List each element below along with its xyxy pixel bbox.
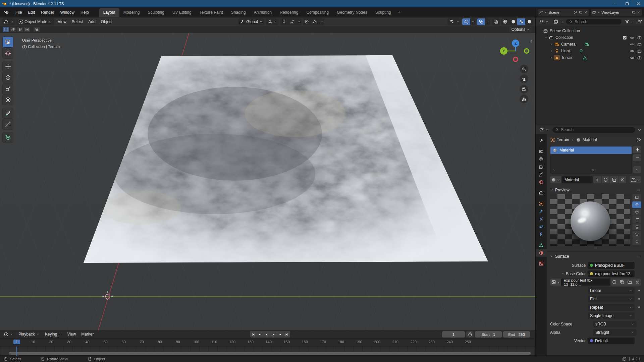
timeline-channels[interactable]: [0, 347, 535, 356]
current-frame-badge[interactable]: 1: [13, 340, 20, 344]
unlink-material-button[interactable]: [619, 176, 626, 183]
tab-layout[interactable]: Layout: [99, 8, 119, 17]
key-prev-button[interactable]: [257, 331, 263, 338]
play-back-button[interactable]: [263, 331, 270, 338]
tool-add-cube-button[interactable]: [3, 132, 13, 143]
axis-y-negative-handle[interactable]: [524, 48, 529, 54]
properties-search-input[interactable]: Search: [552, 127, 635, 133]
current-frame-field[interactable]: 1: [442, 331, 465, 338]
visibility-chevron[interactable]: [455, 18, 461, 25]
frame-end-field[interactable]: End 250: [503, 331, 530, 338]
tab-shading[interactable]: Shading: [227, 8, 250, 17]
image-name-field[interactable]: exp pour test fbx 13_11.p...: [561, 279, 610, 286]
snap-with-dropdown[interactable]: [288, 18, 296, 25]
grip-icon[interactable]: [593, 247, 598, 249]
xray-toggle[interactable]: [492, 18, 500, 25]
expand-icon[interactable]: [552, 168, 556, 173]
preview-shape-fluid-button[interactable]: [632, 238, 641, 245]
shading-wireframe-button[interactable]: [501, 18, 509, 25]
tab-compositing[interactable]: Compositing: [302, 8, 333, 17]
options-button[interactable]: Options: [509, 27, 533, 33]
properties-tab-view-layer[interactable]: [536, 163, 547, 171]
properties-tab-physics[interactable]: [536, 223, 547, 231]
3d-viewport[interactable]: User Perspective (1) Collection | Terrai…: [0, 33, 535, 330]
timeline-menu-keying[interactable]: Keying: [42, 331, 65, 338]
proportional-edit-toggle[interactable]: [303, 18, 311, 25]
tool-rotate-button[interactable]: [3, 72, 13, 83]
outliner-row-terrain[interactable]: Terrain: [536, 54, 644, 61]
disable-render-icon[interactable]: [637, 42, 642, 47]
material-slot-list[interactable]: Material: [550, 146, 632, 174]
zoom-button[interactable]: [520, 65, 528, 73]
tab-texture-paint[interactable]: Texture Paint: [196, 8, 227, 17]
play-button[interactable]: [270, 331, 277, 338]
tool-annotate-button[interactable]: [3, 108, 13, 118]
tool-cursor-button[interactable]: [3, 48, 13, 58]
mode-dropdown[interactable]: Object Mode: [16, 18, 54, 25]
slot-specials-button[interactable]: [633, 166, 641, 173]
shading-material-preview-button[interactable]: [517, 18, 525, 25]
timeline-menu-view[interactable]: View: [64, 331, 78, 338]
snap-chevron[interactable]: [296, 18, 302, 25]
grip-icon[interactable]: [636, 188, 641, 193]
timeline-editor-type-button[interactable]: [2, 331, 15, 338]
preview-shape-flat-button[interactable]: [632, 194, 641, 201]
jump-end-button[interactable]: [283, 331, 290, 338]
transform-orientation-dropdown[interactable]: Global: [238, 18, 264, 25]
properties-tab-texture[interactable]: [536, 260, 547, 267]
disable-render-icon[interactable]: [637, 35, 642, 40]
gizmos-chevron[interactable]: [470, 18, 476, 25]
select-mode-sel-new[interactable]: [3, 27, 9, 32]
viewport-menu-object[interactable]: Object: [98, 18, 115, 25]
outliner-filter-type-button[interactable]: [552, 18, 565, 25]
viewport-menu-select[interactable]: Select: [69, 18, 86, 25]
breadcrumb-object[interactable]: Terrain: [557, 137, 569, 142]
select-mode-sel-extend[interactable]: [10, 27, 16, 32]
new-material-button[interactable]: [610, 176, 618, 183]
preview-panel-header[interactable]: Preview: [550, 186, 641, 194]
outliner-row-collection[interactable]: Collection: [536, 34, 644, 41]
hide-viewport-icon[interactable]: [630, 55, 635, 60]
outliner-row-light[interactable]: Light: [536, 48, 644, 54]
timeline-ruler[interactable]: 1 10203040506070809010011012013014015016…: [0, 339, 535, 347]
properties-tab-particles[interactable]: [536, 215, 547, 223]
image-setting-dropdown-single-image[interactable]: Single Image: [588, 312, 635, 319]
menu-file[interactable]: File: [12, 9, 25, 16]
tab-scripting[interactable]: Scripting: [371, 8, 395, 17]
jump-start-button[interactable]: [250, 331, 257, 338]
proportional-falloff-dropdown[interactable]: [311, 18, 319, 25]
properties-tab-collection[interactable]: [536, 189, 547, 197]
axis-y-handle[interactable]: Y: [500, 47, 507, 55]
tool-measure-button[interactable]: [3, 119, 13, 129]
properties-tab-world[interactable]: [536, 178, 547, 186]
playhead[interactable]: [16, 347, 17, 356]
timeline-scrollbar[interactable]: [9, 352, 531, 355]
material-name-field[interactable]: Material: [562, 176, 593, 183]
unlink-scene-icon[interactable]: [584, 10, 588, 14]
unlink-image-button[interactable]: [634, 279, 641, 286]
preview-shape-shaderball-button[interactable]: [632, 224, 641, 230]
tool-scale-button[interactable]: [3, 83, 13, 94]
exclude-checkbox-icon[interactable]: [622, 35, 627, 40]
fake-user-button[interactable]: [602, 176, 609, 183]
navigation-gizmo[interactable]: Z Y: [500, 39, 533, 65]
menu-render[interactable]: Render: [38, 9, 57, 16]
outliner-display-mode-button[interactable]: [537, 18, 550, 25]
timeline-menu-playback[interactable]: Playback: [16, 331, 42, 338]
outliner-search-input[interactable]: Search: [566, 19, 622, 24]
preview-shape-cube-button[interactable]: [632, 209, 641, 216]
scene-selector[interactable]: Scene: [538, 9, 589, 16]
outliner-row-scene-collection[interactable]: Scene Collection: [536, 27, 644, 34]
tab-geometry-nodes[interactable]: Geometry Nodes: [333, 8, 371, 17]
axis-z-handle[interactable]: Z: [512, 40, 519, 47]
viewport-menu-add[interactable]: Add: [86, 18, 98, 25]
overlays-chevron[interactable]: [485, 18, 490, 25]
properties-tab-tool[interactable]: [536, 137, 547, 144]
menu-edit[interactable]: Edit: [25, 9, 38, 16]
app-menu-blender-icon[interactable]: [4, 10, 9, 15]
animate-decorator[interactable]: [637, 298, 641, 300]
properties-tab-constraints[interactable]: [536, 231, 547, 238]
properties-tab-modifiers[interactable]: [536, 207, 547, 215]
image-setting-dropdown-repeat[interactable]: Repeat: [588, 304, 635, 311]
preview-shape-cloth-button[interactable]: [632, 231, 641, 238]
